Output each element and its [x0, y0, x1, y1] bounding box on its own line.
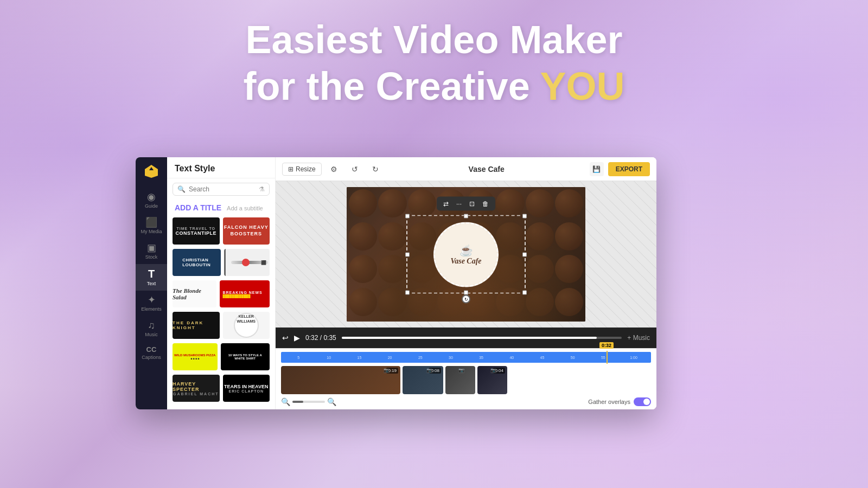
clip-item-3[interactable]: 📷 — [445, 366, 475, 394]
handle-top-right[interactable] — [522, 214, 527, 219]
sidebar-item-my-media[interactable]: ⬛ My Media — [136, 213, 167, 239]
toggle-knob — [643, 399, 650, 405]
export-button[interactable]: EXPORT — [608, 162, 650, 176]
search-icon: 🔍 — [177, 185, 186, 193]
template-row-4: THE DARK KNIGHT KELLERWILLIAMS — [173, 312, 270, 339]
hero-line2: for the Creative — [244, 65, 540, 108]
zoom-in-button[interactable]: 🔍 — [327, 397, 336, 406]
clip-row: 0:19 📷 0:08 📷 📷 0:04 📷 — [281, 366, 651, 394]
sidebar-item-captions[interactable]: CC Captions — [136, 342, 167, 364]
editor-main: ⊞ Resize ⚙ ↺ ↻ Vase Cafe 💾 EXPORT — [276, 157, 656, 409]
hero-line1: Easiest Video Maker — [245, 18, 622, 61]
ctx-delete-icon[interactable]: 🗑 — [480, 199, 491, 209]
sidebar-item-guide[interactable]: ◉ Guide — [136, 188, 167, 213]
ruler-marks: 5 10 15 20 25 30 35 40 45 50 55 1:00 — [281, 356, 651, 359]
guide-icon: ◉ — [147, 192, 156, 202]
handle-middle-right[interactable] — [522, 252, 527, 256]
captions-icon: CC — [146, 346, 157, 353]
cafe-logo: ☕ Vase Cafe — [433, 222, 499, 287]
top-toolbar: ⊞ Resize ⚙ ↺ ↻ Vase Cafe 💾 EXPORT — [276, 157, 656, 181]
sidebar-item-stock[interactable]: ▣ Stock — [136, 239, 167, 264]
hero-highlight: YOU — [540, 65, 624, 108]
template-dark-knight[interactable]: THE DARK KNIGHT — [173, 312, 220, 339]
template-time-travel[interactable]: TIME TRAVEL TO CONSTANTIPLE — [173, 217, 220, 245]
zoom-out-button[interactable]: 🔍 — [281, 397, 290, 406]
gather-overlays-label: Gather overlays — [588, 399, 630, 405]
template-falcon-heavy[interactable]: FALCON HEAVYBOOSTERS — [223, 217, 270, 245]
rotation-handle[interactable]: ↻ — [462, 295, 470, 304]
cafe-name: Vase Cafe — [450, 256, 481, 265]
selection-box[interactable]: ⇄ ··· ⊡ 🗑 ☕ Vase Cafe — [406, 215, 526, 294]
ctx-move-icon[interactable]: ⇄ — [441, 199, 451, 209]
add-subtitle-button[interactable]: Add a subtitle — [227, 205, 263, 211]
text-icon: T — [148, 268, 155, 279]
playhead[interactable]: 0:32 — [607, 351, 608, 364]
restart-button[interactable]: ↩ — [282, 333, 289, 342]
clip-item-1[interactable]: 0:19 📷 — [281, 366, 400, 394]
icon-sidebar: ◉ Guide ⬛ My Media ▣ Stock T Text ✦ Elem… — [136, 157, 167, 409]
progress-fill — [342, 337, 597, 339]
music-button[interactable]: + Music — [627, 334, 650, 342]
save-icon[interactable]: 💾 — [590, 162, 604, 176]
template-grid: TIME TRAVEL TO CONSTANTIPLE FALCON HEAVY… — [167, 215, 275, 409]
template-blonde-salad[interactable]: The Blonde Salad — [173, 280, 216, 307]
gather-overlays: Gather overlays — [588, 397, 651, 406]
zoom-slider-fill — [292, 401, 303, 403]
timeline-ruler[interactable]: 5 10 15 20 25 30 35 40 45 50 55 1:00 0:3… — [281, 352, 651, 363]
handle-bottom-left[interactable] — [405, 291, 410, 295]
settings-button[interactable]: ⚙ — [326, 161, 342, 177]
template-style-tips[interactable]: 10 WAYS TO STYLE A WHITE SHIRT — [221, 343, 270, 370]
search-input[interactable] — [189, 185, 256, 193]
template-harvey-specter[interactable]: HARVEY SPECTER GABRIEL MACHT — [173, 375, 220, 402]
handle-top-middle[interactable] — [464, 214, 468, 219]
hero-title: Easiest Video Maker for the Creative YOU — [0, 16, 868, 110]
handle-bottom-middle[interactable] — [464, 291, 468, 295]
clip-item-2[interactable]: 0:08 📷 — [403, 366, 443, 394]
canvas-area: ⇄ ··· ⊡ 🗑 ☕ Vase Cafe — [276, 181, 656, 328]
handle-middle-left[interactable] — [405, 252, 410, 256]
ctx-more-icon[interactable]: ··· — [454, 199, 464, 209]
handle-bottom-right[interactable] — [522, 291, 527, 295]
gather-overlays-toggle[interactable] — [634, 397, 651, 406]
template-row-5: WILD MUSHROOMS PIZZA ■ ■ ■ ■ 10 WAYS TO … — [173, 343, 270, 370]
template-row-3: The Blonde Salad BREAKING NEWS █████████… — [173, 280, 270, 307]
cafe-icon: ☕ — [459, 243, 473, 256]
template-tears-in-heaven[interactable]: TEARS IN HEAVEN ERIC CLAPTON — [223, 375, 270, 402]
app-window: ◉ Guide ⬛ My Media ▣ Stock T Text ✦ Elem… — [136, 157, 656, 409]
add-title-button[interactable]: ADD A TITLE — [175, 203, 221, 212]
play-button[interactable]: ▶ — [294, 333, 300, 342]
handle-top-left[interactable] — [405, 214, 410, 219]
ctx-copy-icon[interactable]: ⊡ — [467, 199, 477, 209]
resize-icon: ⊞ — [288, 165, 293, 173]
undo-button[interactable]: ↺ — [347, 161, 363, 177]
redo-button[interactable]: ↻ — [367, 161, 384, 177]
timeline: 5 10 15 20 25 30 35 40 45 50 55 1:00 0:3… — [276, 348, 656, 409]
template-speed[interactable]: ⬛ — [224, 249, 270, 276]
search-bar[interactable]: 🔍 ⚗ — [173, 183, 270, 196]
template-christian-louboutin[interactable]: CHRISTIANLOUBOUTIN — [173, 249, 221, 276]
project-title: Vase Cafe — [388, 165, 585, 174]
time-total: 0:35 — [323, 334, 336, 342]
add-text-row: ADD A TITLE Add a subtitle — [167, 200, 275, 215]
template-pizza[interactable]: WILD MUSHROOMS PIZZA ■ ■ ■ ■ — [173, 343, 218, 370]
progress-bar[interactable] — [342, 337, 622, 339]
template-row-1: TIME TRAVEL TO CONSTANTIPLE FALCON HEAVY… — [173, 217, 270, 245]
sidebar-item-elements[interactable]: ✦ Elements — [136, 291, 167, 316]
app-logo — [142, 162, 161, 181]
playhead-label: 0:32 — [599, 342, 614, 349]
sidebar-item-text[interactable]: T Text — [136, 264, 167, 291]
template-breaking-news[interactable]: BREAKING NEWS ████████████ — [220, 280, 270, 307]
zoom-slider[interactable] — [292, 401, 325, 403]
music-icon: ♫ — [148, 320, 155, 330]
svg-marker-0 — [145, 165, 158, 178]
clip-item-4[interactable]: 0:04 📷 — [477, 366, 507, 394]
stock-icon: ▣ — [147, 243, 156, 253]
video-background: ⇄ ··· ⊡ 🗑 ☕ Vase Cafe — [347, 187, 585, 322]
sidebar-item-music[interactable]: ♫ Music — [136, 316, 167, 342]
elements-icon: ✦ — [148, 295, 156, 305]
resize-button[interactable]: ⊞ Resize — [282, 163, 322, 176]
time-current: 0:32 — [305, 334, 318, 342]
hero-section: Easiest Video Maker for the Creative YOU — [0, 16, 868, 110]
template-keller-williams[interactable]: KELLERWILLIAMS — [223, 312, 270, 339]
video-canvas[interactable]: ⇄ ··· ⊡ 🗑 ☕ Vase Cafe — [347, 187, 585, 322]
